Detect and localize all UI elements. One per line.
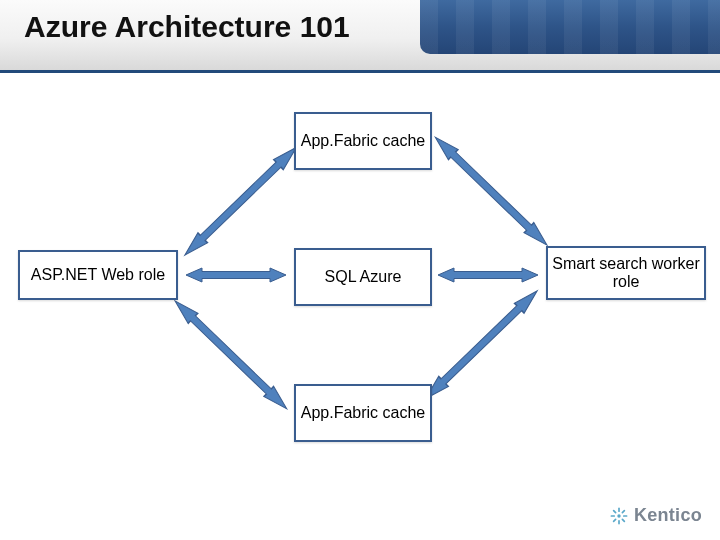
svg-point-1: [617, 514, 620, 517]
arrow-left-to-middle: [186, 268, 286, 282]
brand-logo: Kentico: [610, 505, 702, 526]
brand-name: Kentico: [634, 505, 702, 526]
slide: Azure Architecture 101 ASP.NET Web role …: [0, 0, 720, 540]
title-ribbon-decoration: [420, 0, 720, 54]
title-bar: Azure Architecture 101: [0, 0, 720, 73]
svg-rect-8: [612, 509, 616, 513]
svg-rect-7: [612, 518, 616, 522]
svg-rect-2: [618, 507, 620, 512]
arrow-right-to-top: [431, 132, 552, 250]
kentico-icon: [610, 507, 628, 525]
arrow-left-to-bottom: [170, 296, 291, 414]
node-appfabric-cache-top: App.Fabric cache: [294, 112, 432, 170]
svg-rect-5: [623, 515, 628, 517]
node-smart-search-worker-role: Smart search worker role: [546, 246, 706, 300]
node-asp-net-web-role: ASP.NET Web role: [18, 250, 178, 300]
svg-rect-6: [621, 509, 625, 513]
node-appfabric-cache-bottom: App.Fabric cache: [294, 384, 432, 442]
arrow-left-to-top: [180, 142, 301, 260]
svg-rect-4: [610, 515, 615, 517]
slide-title: Azure Architecture 101: [24, 10, 350, 44]
svg-rect-3: [618, 519, 620, 524]
svg-rect-9: [621, 518, 625, 522]
arrow-right-to-bottom: [421, 286, 542, 404]
arrow-middle-to-right: [438, 268, 538, 282]
node-sql-azure: SQL Azure: [294, 248, 432, 306]
